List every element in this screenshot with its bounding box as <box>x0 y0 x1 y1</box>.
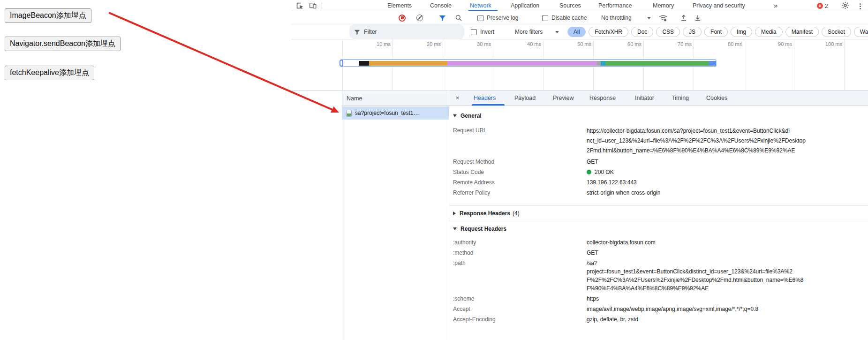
chip-socket[interactable]: Socket <box>822 27 851 37</box>
filter-funnel-small-icon <box>354 29 360 35</box>
response-headers-section-header[interactable]: Response Headers (4) <box>449 206 868 221</box>
chip-js[interactable]: JS <box>683 27 702 37</box>
chip-img[interactable]: Img <box>731 27 752 37</box>
kv-value: image/avif,image/webp,image/apng,image/s… <box>587 305 861 313</box>
disable-cache-label[interactable]: Disable cache <box>551 11 587 24</box>
export-har-icon[interactable] <box>694 11 702 24</box>
chip-doc[interactable]: Doc <box>631 27 653 37</box>
collapse-triangle-icon <box>453 227 457 230</box>
search-icon[interactable] <box>455 11 462 24</box>
disable-cache-checkbox[interactable] <box>542 11 548 24</box>
kv-row: Accept-Encoding gzip, deflate, br, zstd <box>453 315 868 324</box>
chip-all[interactable]: All <box>567 27 586 37</box>
timeline-tick: 20 ms <box>413 41 441 47</box>
kv-value: collector-bigdata.fosun.com <box>587 238 861 247</box>
network-overview[interactable]: 10 ms 20 ms 30 ms 40 ms 50 ms 60 ms 70 m… <box>292 39 868 91</box>
tab-privacy-security[interactable]: Privacy and security <box>693 0 745 11</box>
preserve-log-checkbox[interactable] <box>477 11 483 24</box>
tab-elements[interactable]: Elements <box>387 0 412 11</box>
devtools-panel: Elements Console Network Application Sou… <box>292 0 868 340</box>
headers-content: General Request URL https://collector-bi… <box>449 106 868 340</box>
network-toolbar: Preserve log Disable cache No throttling <box>292 11 868 24</box>
request-headers-rows: :authority collector-bigdata.fosun.com :… <box>449 238 868 324</box>
timeline-tick: 50 ms <box>563 41 591 47</box>
error-count: 2 <box>825 3 828 9</box>
kv-label: Request URL <box>453 126 587 156</box>
device-toolbar-icon[interactable] <box>309 1 317 10</box>
kv-row: :method GET <box>453 249 868 257</box>
details-tab-response[interactable]: Response <box>589 91 616 106</box>
more-menu-icon[interactable] <box>859 2 861 9</box>
clear-icon[interactable] <box>416 11 423 24</box>
network-filterbar: Filter Invert More filters All Fetch/XHR… <box>292 24 868 39</box>
kv-label: Status Code <box>453 168 587 176</box>
kv-label: Referrer Policy <box>453 189 587 197</box>
network-conditions-icon[interactable] <box>658 11 668 24</box>
kv-row: :scheme https <box>453 295 868 303</box>
kv-row: Accept image/avif,image/webp,image/apng,… <box>453 305 868 313</box>
send-beacon-button[interactable]: Navigator.sendBeacon添加埋点 <box>5 37 121 51</box>
overview-left-handle[interactable] <box>340 60 343 67</box>
chip-manifest[interactable]: Manifest <box>785 27 819 37</box>
details-tabbar: × Headers Payload Preview Response Initi… <box>449 91 868 106</box>
more-filters-arrow-icon[interactable] <box>555 24 559 39</box>
more-filters-button[interactable]: More filters <box>515 24 543 39</box>
name-column-header[interactable]: Name <box>342 91 449 106</box>
overview-segment <box>597 61 601 66</box>
kv-row: :authority collector-bigdata.fosun.com <box>453 238 868 247</box>
inspect-icon[interactable] <box>295 1 304 10</box>
close-icon[interactable]: × <box>456 91 459 106</box>
details-active-tab-underline <box>472 104 505 106</box>
chip-wasm[interactable]: Wasm <box>854 27 868 37</box>
response-headers-count: (4) <box>513 210 520 217</box>
details-tab-payload[interactable]: Payload <box>514 91 536 106</box>
kv-label: :path <box>453 259 587 293</box>
kv-value: /sa? project=fosun_test1&event=ButtonCli… <box>587 259 861 293</box>
details-tab-timing[interactable]: Timing <box>672 91 689 106</box>
record-icon[interactable] <box>399 11 406 24</box>
timeline-tick: 100 ms <box>814 41 842 47</box>
details-tab-cookies[interactable]: Cookies <box>706 91 727 106</box>
more-tabs-chevron-icon[interactable]: » <box>774 0 777 11</box>
request-headers-section-header[interactable]: Request Headers <box>449 221 868 236</box>
kv-row: Status Code 200 OK <box>453 168 868 176</box>
tab-performance[interactable]: Performance <box>598 0 632 11</box>
tab-application[interactable]: Application <box>511 0 539 11</box>
chip-css[interactable]: CSS <box>656 27 680 37</box>
details-tab-initiator[interactable]: Initiator <box>635 91 654 106</box>
invert-checkbox[interactable] <box>471 24 477 39</box>
kv-value: GET <box>587 158 861 166</box>
timeline-tick: 70 ms <box>664 41 692 47</box>
invert-label[interactable]: Invert <box>480 24 494 39</box>
details-tab-preview[interactable]: Preview <box>553 91 574 106</box>
overview-segment <box>447 61 597 66</box>
chip-font[interactable]: Font <box>704 27 728 37</box>
filter-funnel-icon[interactable] <box>439 11 446 24</box>
kv-value: https://collector-bigdata.fosun.com/sa?p… <box>587 126 861 156</box>
request-row-selected[interactable]: sa?project=fosun_test1… <box>342 106 449 120</box>
timeline-tick: 30 ms <box>463 41 491 47</box>
tab-console[interactable]: Console <box>430 0 452 11</box>
fetch-keepalive-button[interactable]: fetchKeepalive添加埋点 <box>5 66 94 80</box>
tab-sources[interactable]: Sources <box>559 0 581 11</box>
filter-input[interactable]: Filter <box>349 24 464 39</box>
request-details-panel: × Headers Payload Preview Response Initi… <box>449 91 868 340</box>
kv-row: Remote Address 139.196.122.63:443 <box>453 178 868 187</box>
import-har-icon[interactable] <box>680 11 687 24</box>
image-file-icon <box>346 110 352 117</box>
chip-media[interactable]: Media <box>755 27 783 37</box>
kv-row: Request URL https://collector-bigdata.fo… <box>453 126 868 156</box>
error-badge[interactable]: ×2 <box>817 0 828 11</box>
image-beacon-button[interactable]: ImageBeacon添加埋点 <box>5 8 91 23</box>
overview-segment <box>369 61 447 66</box>
tab-memory[interactable]: Memory <box>653 0 674 11</box>
throttling-dropdown-arrow-icon[interactable] <box>647 11 651 24</box>
overview-segment <box>359 61 369 66</box>
preserve-log-label[interactable]: Preserve log <box>487 11 518 24</box>
chip-fetch-xhr[interactable]: Fetch/XHR <box>589 27 628 37</box>
overview-selection[interactable] <box>340 59 717 67</box>
settings-gear-icon[interactable] <box>841 1 849 10</box>
throttling-select[interactable]: No throttling <box>601 11 632 24</box>
kv-label: Accept <box>453 305 587 313</box>
general-section-header[interactable]: General <box>449 112 868 120</box>
